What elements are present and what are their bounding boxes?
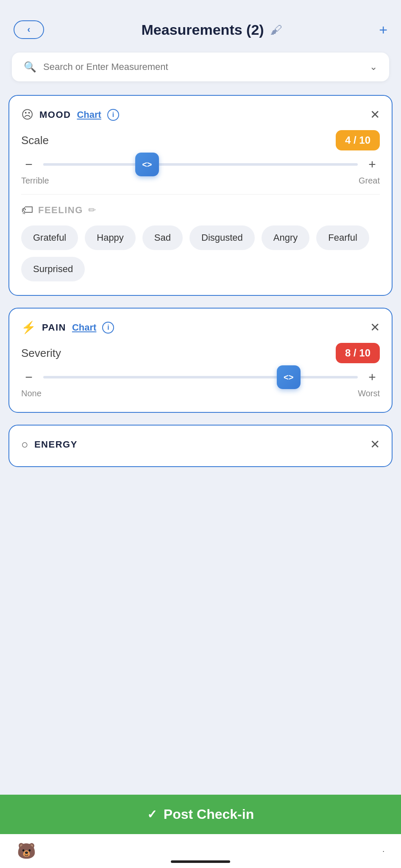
mood-slider-labels: Terrible Great (21, 176, 380, 186)
brush-icon: 🖌 (270, 23, 282, 37)
page-title: Measurements (2) (142, 22, 264, 38)
nav-bear-area: 🐻 (17, 842, 36, 860)
energy-close-button[interactable]: ✕ (370, 437, 380, 451)
bottom-nav: 🐻 • (0, 834, 401, 868)
pain-slider-thumb[interactable]: <> (277, 365, 301, 389)
back-button[interactable]: ‹ (14, 20, 44, 39)
energy-card: ○ ENERGY ✕ (8, 425, 393, 467)
feeling-tag-surprised[interactable]: Surprised (21, 257, 85, 281)
mood-slider-track[interactable]: <> (43, 163, 358, 166)
mood-max-label: Great (359, 176, 380, 186)
mood-score-badge: 4 / 10 (336, 130, 380, 150)
pain-min-label: None (21, 389, 42, 398)
mood-scale-label: Scale (21, 134, 49, 147)
pain-slider-labels: None Worst (21, 389, 380, 398)
pain-slider-thumb-icon: <> (284, 373, 293, 382)
energy-icon: ○ (21, 438, 28, 451)
mood-icon: ☹ (21, 108, 33, 122)
feeling-tag-angry[interactable]: Angry (262, 225, 309, 250)
mood-scale-row: Scale 4 / 10 (21, 130, 380, 150)
check-icon: ✓ (147, 807, 157, 821)
post-checkin-button[interactable]: ✓ Post Check-in (0, 795, 401, 834)
feeling-title: FEELING (38, 205, 83, 216)
pain-icon: ⚡ (21, 320, 36, 334)
bear-icon: 🐻 (17, 842, 36, 860)
nav-dot: • (383, 849, 384, 853)
mood-slider-thumb[interactable]: <> (135, 153, 159, 176)
pain-scale-row: Severity 8 / 10 (21, 343, 380, 363)
feeling-tags-container: Grateful Happy Sad Disgusted Angry Fearf… (21, 225, 380, 281)
pain-chart-link[interactable]: Chart (72, 322, 96, 333)
energy-card-header: ○ ENERGY ✕ (21, 437, 380, 451)
header-title-area: Measurements (2) 🖌 (142, 22, 282, 38)
energy-title: ENERGY (34, 439, 78, 450)
mood-card: ☹ MOOD Chart i ✕ Scale 4 / 10 − <> + Ter… (8, 95, 393, 296)
chevron-down-icon: ⌄ (370, 61, 377, 72)
pain-card: ⚡ PAIN Chart i ✕ Severity 8 / 10 − <> + … (8, 308, 393, 413)
pain-close-button[interactable]: ✕ (370, 320, 380, 334)
mood-chart-link[interactable]: Chart (77, 109, 101, 120)
post-checkin-label: Post Check-in (164, 807, 254, 822)
pain-slider-container: − <> + (21, 370, 380, 384)
header: ‹ Measurements (2) 🖌 + (0, 0, 401, 49)
feeling-tag-sad[interactable]: Sad (142, 225, 183, 250)
feeling-tag-happy[interactable]: Happy (85, 225, 136, 250)
mood-min-label: Terrible (21, 176, 49, 186)
feeling-tag-grateful[interactable]: Grateful (21, 225, 78, 250)
mood-divider (21, 194, 380, 195)
pain-max-label: Worst (358, 389, 380, 398)
pain-slider-track[interactable]: <> (43, 376, 358, 378)
search-input[interactable] (43, 61, 363, 72)
slider-thumb-icon: <> (142, 160, 152, 170)
energy-card-header-left: ○ ENERGY (21, 438, 78, 451)
pain-slider-plus[interactable]: + (365, 370, 380, 384)
search-icon: 🔍 (24, 61, 36, 73)
mood-card-header-left: ☹ MOOD Chart i (21, 108, 119, 122)
pain-slider-minus[interactable]: − (21, 370, 36, 384)
feeling-tag-fearful[interactable]: Fearful (316, 225, 369, 250)
mood-card-header: ☹ MOOD Chart i ✕ (21, 108, 380, 122)
pain-info-icon[interactable]: i (102, 322, 114, 334)
pain-title: PAIN (42, 322, 66, 333)
pain-scale-label: Severity (21, 347, 61, 360)
mood-slider-minus[interactable]: − (21, 157, 36, 172)
feeling-header: 🏷 FEELING ✏ (21, 203, 380, 217)
feeling-tag-disgusted[interactable]: Disgusted (189, 225, 255, 250)
home-indicator (171, 860, 230, 863)
mood-slider-container: − <> + (21, 157, 380, 172)
mood-info-icon[interactable]: i (107, 109, 119, 121)
add-button[interactable]: + (379, 22, 387, 38)
feeling-tag-icon: 🏷 (21, 203, 33, 217)
pain-card-header-left: ⚡ PAIN Chart i (21, 320, 114, 334)
feeling-edit-icon[interactable]: ✏ (88, 205, 96, 216)
back-arrow-icon: ‹ (27, 24, 30, 35)
pain-score-badge: 8 / 10 (336, 343, 380, 363)
mood-slider-plus[interactable]: + (365, 157, 380, 172)
search-bar: 🔍 ⌄ (12, 53, 389, 81)
mood-title: MOOD (39, 109, 71, 120)
pain-card-header: ⚡ PAIN Chart i ✕ (21, 320, 380, 334)
mood-close-button[interactable]: ✕ (370, 108, 380, 122)
